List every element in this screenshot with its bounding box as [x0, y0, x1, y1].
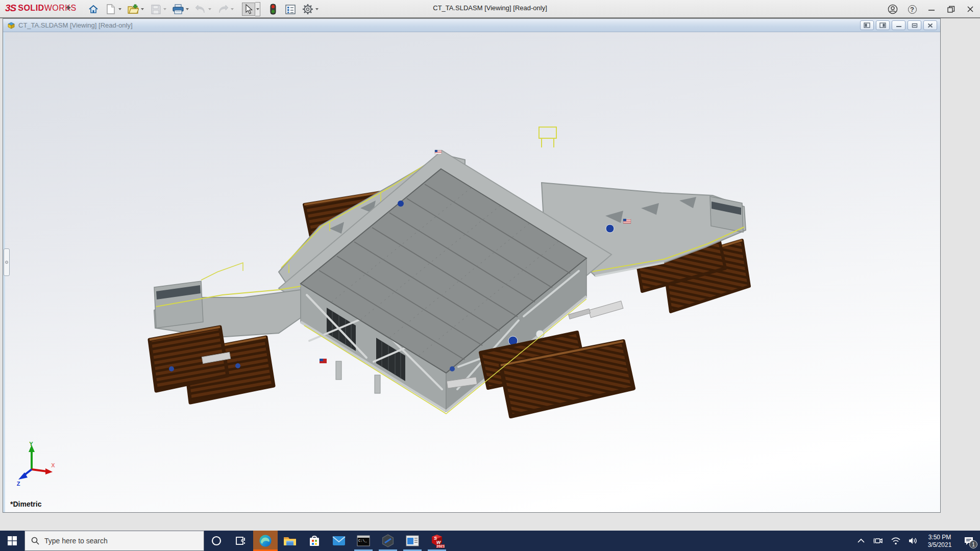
taskbar-app-command-prompt[interactable]: C:\_	[351, 531, 376, 551]
tray-chevron-button[interactable]	[852, 531, 870, 551]
volume-icon	[908, 537, 918, 545]
wifi-icon	[891, 537, 901, 545]
feature-tree-splitter[interactable]	[4, 248, 10, 276]
help-icon: ?	[908, 5, 917, 14]
show-right-pane-button[interactable]	[876, 20, 890, 30]
view-orientation-label: *Dimetric	[10, 500, 41, 508]
command-prompt-icon: C:\_	[357, 535, 370, 546]
hexagon-app-icon	[381, 534, 395, 547]
app-titlebar: 3S SOLIDWORKS	[0, 0, 980, 18]
notification-badge: 1	[969, 540, 977, 548]
close-icon	[967, 6, 974, 13]
graphics-viewport[interactable]: Y X Z *Dimetric	[3, 32, 940, 512]
file-explorer-icon	[283, 535, 297, 546]
doc-minimize-icon	[896, 23, 902, 28]
lower-left-tracks	[150, 327, 274, 403]
us-flag	[623, 219, 631, 223]
taskbar-app-window[interactable]	[400, 531, 425, 551]
windows-logo-icon	[8, 536, 17, 545]
taskbar-search[interactable]: Type here to search	[24, 531, 204, 551]
taskbar-app-file-explorer[interactable]	[278, 531, 302, 551]
task-view-icon	[235, 535, 247, 546]
app-title: CT_TA.SLDASM [Viewing] [Read-only]	[0, 4, 980, 12]
windows-taskbar: Type here to search	[0, 531, 980, 551]
assembly-file-icon	[7, 21, 15, 29]
restore-icon	[947, 6, 955, 13]
document-window: CT_TA.SLDASM [Viewing] [Read-only]	[3, 18, 941, 513]
doc-restore-icon	[912, 23, 918, 28]
search-icon	[31, 537, 39, 545]
crawler-transporter-model	[3, 32, 940, 512]
us-flag	[435, 150, 442, 154]
nasa-logo	[606, 224, 614, 233]
taskbar-app-task-view[interactable]	[229, 531, 253, 551]
taskbar-app-solidworks[interactable]: S W 2021	[425, 531, 449, 551]
triad-y-label: Y	[29, 441, 33, 447]
svg-text:C:\_: C:\_	[358, 539, 368, 543]
show-left-pane-button[interactable]	[860, 20, 874, 30]
start-button[interactable]	[0, 531, 24, 551]
tray-clock[interactable]: 3:50 PM 3/5/2021	[922, 533, 958, 549]
search-placeholder: Type here to search	[44, 537, 108, 545]
minimize-button[interactable]	[922, 1, 941, 18]
svg-text:2021: 2021	[436, 544, 445, 548]
solidworks-application: 3S SOLIDWORKS	[0, 0, 980, 551]
clock-date: 3/5/2021	[922, 541, 958, 549]
cortana-icon	[211, 535, 222, 546]
orientation-triad: Y X Z	[14, 441, 58, 486]
taskbar-app-store[interactable]	[302, 531, 327, 551]
system-tray: 3:50 PM 3/5/2021 1	[852, 531, 980, 551]
taskbar-app-mail[interactable]	[327, 531, 351, 551]
doc-restore-button[interactable]	[908, 20, 921, 30]
tray-meet-now-button[interactable]	[870, 531, 887, 551]
user-icon	[888, 4, 898, 14]
taskbar-app-edge[interactable]	[253, 531, 278, 551]
microsoft-store-icon	[308, 535, 321, 547]
triad-x-label: X	[51, 462, 55, 468]
tray-volume-button[interactable]	[904, 531, 922, 551]
doc-close-icon	[927, 23, 933, 28]
help-button[interactable]: ?	[902, 1, 922, 18]
pane-right-icon	[879, 22, 886, 28]
close-button[interactable]	[961, 1, 980, 18]
document-title: CT_TA.SLDASM [Viewing] [Read-only]	[18, 21, 133, 29]
user-account-button[interactable]	[883, 1, 902, 18]
meet-now-icon	[873, 537, 884, 545]
taskbar-app-hexagon[interactable]	[376, 531, 400, 551]
clock-time: 3:50 PM	[922, 534, 958, 541]
pane-left-icon	[864, 22, 870, 28]
edge-icon	[259, 534, 272, 547]
doc-minimize-button[interactable]	[892, 20, 905, 30]
nasa-logo	[398, 201, 404, 207]
mail-icon	[332, 536, 346, 546]
restore-button[interactable]	[941, 1, 961, 18]
minimize-icon	[928, 6, 935, 13]
doc-close-button[interactable]	[923, 20, 937, 30]
tray-network-button[interactable]	[887, 531, 904, 551]
action-center-button[interactable]: 1	[958, 531, 980, 551]
window-app-icon	[406, 535, 419, 546]
taskbar-app-cortana[interactable]	[204, 531, 229, 551]
document-titlebar[interactable]: CT_TA.SLDASM [Viewing] [Read-only]	[3, 19, 940, 32]
chevron-up-icon	[857, 538, 865, 543]
triad-z-label: Z	[17, 481, 20, 486]
solidworks-app-icon: S W 2021	[429, 534, 445, 548]
